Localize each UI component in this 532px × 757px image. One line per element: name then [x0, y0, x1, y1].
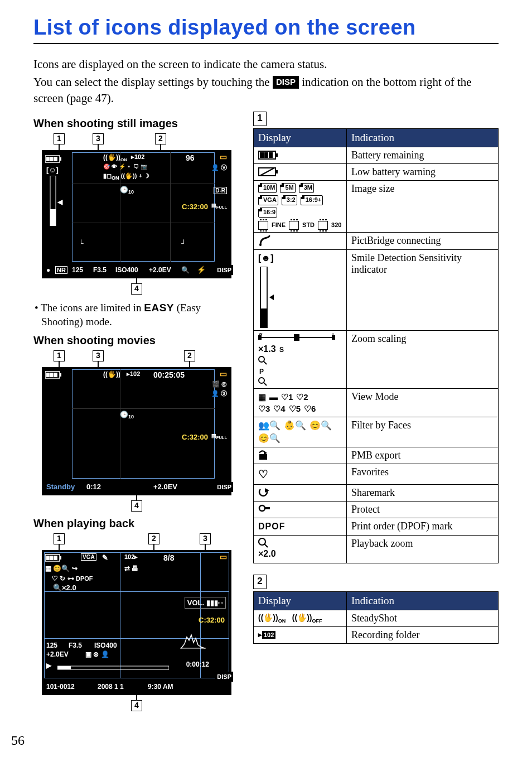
protect-icon: [254, 501, 347, 518]
connecting-icons: ⇄ 🖶: [124, 565, 138, 572]
icon-table-2: Display Indication ((🖐))ON ((🖐))OFF Stea…: [253, 591, 499, 644]
shutter-speed: 125: [72, 266, 83, 274]
elapsed-time: 0:12: [86, 483, 101, 491]
callout-2-icon: 2: [148, 533, 159, 544]
table-row: DPOF Print order (DPOF) mark: [254, 518, 499, 535]
svg-rect-21: [275, 153, 278, 157]
protect-desc: Protect: [347, 501, 499, 518]
svg-rect-11: [54, 373, 57, 377]
image-size-desc: Image size: [347, 181, 499, 233]
smile-frame-icon: [☺]: [46, 166, 59, 174]
sharemark-desc: Sharemark: [347, 484, 499, 501]
folder-play-icon: 102▸: [124, 553, 138, 561]
svg-text:T: T: [332, 333, 335, 336]
table-row: [☻] Smile Detection Sensitivity indicato…: [254, 250, 499, 331]
battery-icon: [254, 147, 347, 164]
table-row: 10M 5M 3M VGA 3:2 16:9+ 16:9: [254, 181, 499, 233]
title-rule: [33, 43, 499, 44]
callout-4-icon: 4: [131, 700, 142, 711]
disp-button-movie[interactable]: DISP: [215, 482, 233, 492]
sharemark-icon: [254, 484, 347, 501]
self-timer-icon: 🕒10: [120, 411, 134, 420]
lcd-movie: ((🖐)) ▸102 00:25:05 ▭ 🎬 ◎ 👤 ⓢ 🕒10 C:32:0…: [42, 367, 231, 495]
th-indication: Indication: [347, 591, 499, 610]
table-row: PictBridge connecting: [254, 233, 499, 250]
favorites-desc: Favorites: [347, 464, 499, 484]
smile-pointer-icon: ◀: [57, 198, 62, 206]
pictbridge-icon: ✎: [102, 553, 108, 562]
svg-rect-23: [264, 152, 268, 158]
smile-bar-icon: [49, 176, 57, 226]
media-icon: ▭: [220, 152, 227, 161]
lcd-still: [☺] ◀ ((🖐))ON ▸102 96 ▭ 🎯 👁 ⚡▫️ 🗨 📷 ▮◻ON…: [42, 150, 231, 278]
pbzoom-label: 🔍×2.0: [53, 584, 76, 592]
svg-rect-16: [54, 556, 57, 560]
memory-full-icon: ▤FULL: [211, 433, 227, 440]
nr-badge: NR: [55, 266, 67, 274]
svg-point-38: [259, 356, 264, 362]
callouts-movie-top: 1 3 2: [33, 350, 240, 367]
th-display: Display: [254, 591, 347, 610]
f-number: F3.5: [93, 266, 107, 274]
svg-rect-3: [50, 157, 54, 161]
dpof-icon: DPOF: [254, 518, 347, 535]
table-row: 👥🔍👶🔍😊🔍 😊🔍 Filter by Faces: [254, 417, 499, 447]
scene-row-icons: 🎯 👁 ⚡▫️ 🗨 📷: [103, 163, 147, 170]
zoom-desc: Zoom scaling: [347, 331, 499, 389]
view-mode-icons: ▦ 😊🔍 ↪: [45, 565, 78, 572]
battery-icon: [45, 155, 64, 163]
battery-desc: Battery remaining: [347, 147, 499, 164]
svg-point-28: [259, 244, 262, 246]
section-1-icon: 1: [253, 112, 267, 126]
page-number: 56: [11, 733, 25, 748]
callout-3-icon: 3: [93, 350, 104, 361]
table-row: ▦▬ ♡1 ♡2 ♡3 ♡4 ♡5 ♡6 View Mode: [254, 389, 499, 417]
focus-br-r: ┘: [181, 239, 186, 247]
rec-time: 00:25:05: [153, 370, 185, 379]
diag-code: C:32:00: [199, 616, 225, 624]
svg-rect-45: [264, 507, 270, 509]
disp-button-still[interactable]: DISP: [215, 265, 233, 275]
face-detect-icon: 👤 ⓥ: [211, 163, 227, 172]
view-mode-icons: ▦▬ ♡1 ♡2 ♡3 ♡4 ♡5 ♡6: [254, 389, 347, 417]
ev-value: +2.0EV: [153, 483, 177, 491]
svg-rect-34: [294, 334, 299, 341]
svg-rect-19: [57, 666, 71, 669]
disp-button-playback[interactable]: DISP: [215, 672, 233, 682]
pb-ev: +2.0EV: [46, 650, 69, 658]
svg-line-47: [264, 544, 268, 547]
steadyshot-icon: ((🖐)): [103, 370, 120, 378]
svg-marker-31: [269, 295, 274, 300]
table-row: WT ×1.3 S P Zoom scaling: [254, 331, 499, 389]
svg-point-40: [259, 378, 264, 383]
pictbridge-icon: [254, 233, 347, 250]
filter-faces-desc: Filter by Faces: [347, 417, 499, 447]
ev-value: +2.0EV: [149, 266, 171, 274]
icon-table-1: Display Indication Battery remaining Low…: [253, 128, 499, 563]
intro-2a: You can select the display settings by t…: [33, 75, 273, 89]
focus-br-l: └: [79, 239, 84, 247]
dr-badge: D-R: [214, 187, 227, 194]
dpof-desc: Print order (DPOF) mark: [347, 518, 499, 535]
shots-remaining: 96: [186, 153, 195, 162]
pmb-desc: PMB export: [347, 447, 499, 464]
svg-rect-13: [60, 556, 61, 560]
svg-line-27: [260, 168, 274, 176]
easy-label: EASY: [144, 302, 174, 314]
callouts-movie-bottom: 4: [33, 495, 240, 512]
favorites-icon: ♡: [254, 464, 347, 484]
histogram-icon: [180, 633, 206, 652]
playback-zoom-icon: ×2.0: [254, 536, 347, 563]
pb-shutter: 125: [46, 642, 57, 649]
ael-dot-icon: ●: [46, 266, 50, 274]
flash-bolt-icon: ⚡: [197, 266, 206, 274]
svg-line-39: [264, 361, 267, 364]
callout-1-icon: 1: [54, 133, 65, 144]
svg-rect-8: [60, 373, 61, 377]
svg-rect-2: [46, 157, 50, 161]
recfolder-desc: Recording folder: [347, 627, 499, 644]
callouts-still-top: 1 3 2: [33, 133, 240, 150]
af-row-icons: ▮◻ON ((🖐)) + ☽: [103, 172, 149, 181]
diag-code: C:32:00: [182, 433, 208, 441]
table-row: ♡ Favorites: [254, 464, 499, 484]
